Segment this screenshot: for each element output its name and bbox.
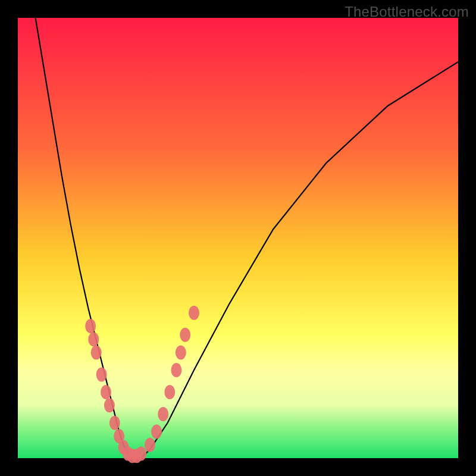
chart-svg — [18, 18, 458, 458]
highlight-point — [180, 328, 190, 342]
highlight-point — [158, 407, 168, 421]
highlight-point — [91, 345, 102, 359]
highlight-point — [101, 385, 111, 399]
highlight-point — [189, 306, 199, 320]
highlight-point — [164, 385, 175, 399]
watermark-text: TheBottleneck.com — [345, 4, 469, 20]
chart-frame: TheBottleneck.com — [0, 0, 476, 476]
highlight-point — [104, 398, 115, 412]
highlight-points-group — [85, 306, 199, 464]
highlight-point — [85, 319, 96, 333]
highlight-point — [136, 447, 146, 461]
highlight-point — [96, 367, 107, 381]
highlight-point — [176, 345, 186, 359]
highlight-point — [109, 416, 120, 430]
plot-area — [18, 18, 458, 458]
highlight-point — [145, 438, 155, 452]
highlight-point — [171, 363, 181, 377]
bottleneck-curve-path — [36, 18, 458, 458]
highlight-point — [151, 425, 162, 439]
highlight-point — [88, 332, 99, 346]
